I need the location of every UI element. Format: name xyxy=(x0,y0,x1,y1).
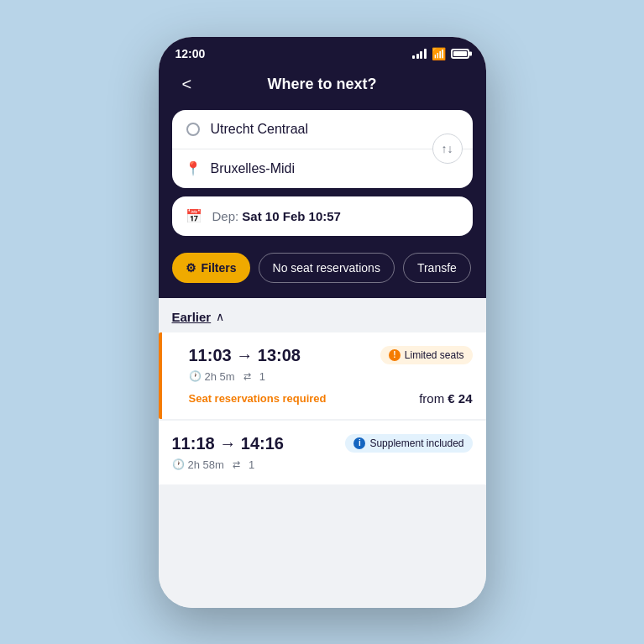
trip-card-inner: 11:03 → 13:08 ! Limited seats 🕐 2h 5m ⇄ xyxy=(172,346,473,406)
supplement-badge: i Supplement included xyxy=(345,434,472,453)
route-card[interactable]: Utrecht Centraal 📍 Bruxelles-Midi ↑↓ xyxy=(172,110,473,188)
destination-icon: 📍 xyxy=(186,161,201,176)
trip-header-2: 11:18 → 14:16 i Supplement included xyxy=(172,434,473,453)
chevron-up-icon: ∧ xyxy=(216,310,224,323)
trip-info-1: 🕐 2h 5m ⇄ 1 xyxy=(189,370,473,383)
to-station-row[interactable]: 📍 Bruxelles-Midi xyxy=(172,149,473,188)
limited-seats-badge: ! Limited seats xyxy=(380,346,473,364)
to-station-text: Bruxelles-Midi xyxy=(211,161,295,176)
dep-label: Dep: xyxy=(212,209,239,223)
duration-text-2: 2h 58m xyxy=(188,458,224,471)
transfer-icon-1: ⇄ xyxy=(243,371,251,382)
transfer-label: Transfe xyxy=(417,261,457,275)
trip-card[interactable]: 11:03 → 13:08 ! Limited seats 🕐 2h 5m ⇄ xyxy=(159,332,486,419)
trip-footer-1: Seat reservations required from € 24 xyxy=(189,391,473,406)
earlier-row[interactable]: Earlier ∧ xyxy=(159,298,486,332)
date-card[interactable]: 📅 Dep: Sat 10 Feb 10:57 xyxy=(172,196,473,236)
filter-bar: ⚙ Filters No seat reservations Transfe xyxy=(159,253,486,298)
header: < Where to next? xyxy=(159,67,486,110)
phone-frame: 12:00 📶 < Where to next? Utrecht Centraa… xyxy=(159,37,486,608)
duration-text-1: 2h 5m xyxy=(205,370,235,383)
clock-icon-2: 🕐 xyxy=(172,458,185,470)
wifi-icon: 📶 xyxy=(432,47,446,60)
trip-header: 11:03 → 13:08 ! Limited seats xyxy=(189,346,473,365)
calendar-icon: 📅 xyxy=(186,208,202,224)
trip-duration-1: 🕐 2h 5m xyxy=(189,370,235,383)
results-content: Earlier ∧ 11:03 → 13:08 ! Limited seats xyxy=(159,298,486,608)
trip-card-inner-2: 11:18 → 14:16 i Supplement included 🕐 2h… xyxy=(172,434,473,471)
status-icons: 📶 xyxy=(412,47,469,60)
filter-icon: ⚙ xyxy=(186,261,196,275)
status-time: 12:00 xyxy=(175,47,206,60)
search-section: Utrecht Centraal 📍 Bruxelles-Midi ↑↓ 📅 D… xyxy=(159,110,486,253)
battery-icon xyxy=(451,49,469,59)
trip-duration-2: 🕐 2h 58m xyxy=(172,458,224,471)
from-station-row[interactable]: Utrecht Centraal xyxy=(172,110,473,149)
transfer-icon-2: ⇄ xyxy=(233,459,240,470)
transfer-filter[interactable]: Transfe xyxy=(403,253,471,283)
info-icon: i xyxy=(353,437,365,449)
transfer-count-1: 1 xyxy=(259,370,265,383)
warning-icon: ! xyxy=(389,349,401,361)
seat-warning-bar xyxy=(159,332,162,419)
departure-date: Dep: Sat 10 Feb 10:57 xyxy=(212,209,341,223)
swap-button[interactable]: ↑↓ xyxy=(432,134,463,164)
trip-time-1: 11:03 → 13:08 xyxy=(189,346,301,365)
dep-value: Sat 10 Feb 10:57 xyxy=(242,209,341,223)
no-seat-label: No seat reservations xyxy=(273,261,380,275)
status-bar: 12:00 📶 xyxy=(159,37,486,67)
trip-time-2: 11:18 → 14:16 xyxy=(172,434,284,453)
clock-icon: 🕐 xyxy=(189,370,202,382)
earlier-label[interactable]: Earlier xyxy=(172,310,212,324)
origin-icon xyxy=(186,122,201,137)
trip-info-2: 🕐 2h 58m ⇄ 1 xyxy=(172,458,473,471)
no-seat-filter[interactable]: No seat reservations xyxy=(259,253,395,283)
badge-label-2: Supplement included xyxy=(369,437,463,449)
from-station-text: Utrecht Centraal xyxy=(211,122,309,137)
badge-label-1: Limited seats xyxy=(405,349,464,361)
signal-icon xyxy=(412,49,427,59)
filters-button[interactable]: ⚙ Filters xyxy=(172,253,250,283)
trip-card-2[interactable]: 11:18 → 14:16 i Supplement included 🕐 2h… xyxy=(159,421,486,484)
page-title: Where to next? xyxy=(267,76,376,93)
transfer-count-2: 1 xyxy=(249,458,254,471)
price-text-1: from € 24 xyxy=(419,391,472,406)
back-button[interactable]: < xyxy=(175,71,199,97)
filters-label: Filters xyxy=(202,261,237,275)
seat-warning-text: Seat reservations required xyxy=(189,392,327,405)
